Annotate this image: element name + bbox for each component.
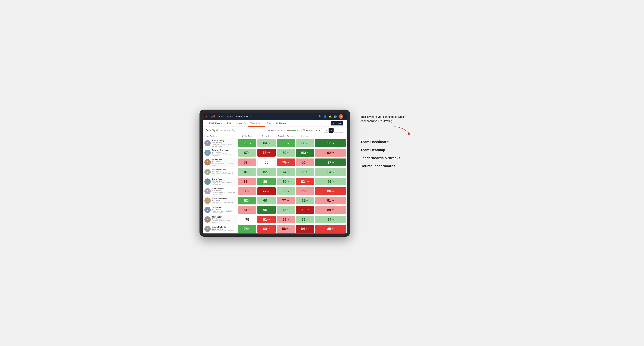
player-club: Craigmillar Park, United Kingdom: [212, 202, 235, 203]
tab-team-clippd[interactable]: Team Clippd: [248, 120, 264, 127]
tablet-screen: clippd Home Teams My Performance 🔍 👤 🔔 ⚙…: [203, 113, 347, 233]
score-cell-5-0: 83-3▼: [238, 186, 257, 196]
score-value: 96: [328, 180, 331, 184]
score-cell-3-2: 741▲: [276, 167, 296, 177]
player-cell-6[interactable]: CChris Robertson ✓1-5 HandicapCraigmilla…: [203, 196, 238, 205]
col-header-around-green: Around the Green—: [276, 134, 296, 138]
change-minus: -5: [284, 129, 286, 131]
grid-view-button[interactable]: ⊞: [324, 128, 329, 133]
score-change: -14▼: [267, 190, 270, 192]
score-cell-5-1: 77-14▼: [257, 186, 276, 196]
score-cell-2-2: 75-3▼: [276, 158, 296, 167]
score-value: 92: [327, 151, 331, 155]
nav-icons: 🔍 👤 🔔 ⚙️ U: [318, 114, 343, 119]
player-cell-9[interactable]: AAaron Nicholls11-15 HandicapDrift Golf …: [203, 224, 238, 233]
score-cell-1-0: 871▲: [238, 148, 257, 158]
score-cell-8-1: 61-3▼: [257, 215, 276, 224]
score-value: 85: [301, 170, 305, 174]
score-change: -10▼: [305, 181, 309, 182]
player-avatar: C: [204, 188, 211, 194]
score-change: -3▼: [248, 209, 251, 211]
score-value: 80: [282, 189, 286, 193]
player-name: Josh Coles: [212, 206, 236, 208]
player-handicap: 11-15 Handicap: [212, 228, 234, 230]
verified-icon: ✓: [222, 178, 224, 180]
player-cell-4[interactable]: DDavid Ford ✓Plus HandicapRoyal North De…: [203, 177, 238, 186]
list-view-button[interactable]: ☰: [334, 128, 338, 133]
tab-hcaps[interactable]: Hcaps 1-5: [234, 120, 248, 127]
person-icon[interactable]: 👤: [324, 115, 326, 118]
avatar[interactable]: U: [339, 114, 343, 119]
menu-item-0: Team Dashboard: [360, 140, 413, 144]
score-value: 83: [301, 189, 305, 193]
nav-link-home[interactable]: Home: [218, 115, 224, 119]
player-club: Sunningdale Golf Club, United Kingdom: [212, 153, 236, 157]
score-value: 94: [328, 170, 331, 174]
nav-link-teams[interactable]: Teams: [227, 115, 233, 119]
score-value: 79: [282, 151, 286, 155]
player-avatar: A: [204, 226, 211, 232]
score-cell-3-1: 824▲: [257, 167, 276, 177]
player-cell-5[interactable]: CCharlie Quick ✓6-10 HandicapSt. George'…: [203, 186, 238, 196]
round-change-label: 20 Round Change: [266, 129, 282, 131]
score-change: -6▼: [306, 190, 309, 192]
score-cell-7-2: 752▲: [276, 205, 296, 215]
last-rounds-button[interactable]: 📅 Last Rounds: 20: [302, 128, 322, 132]
search-icon[interactable]: 🔍: [318, 115, 322, 118]
player-cell-0[interactable]: BBlair McHargPlus HandicapRoyal North De…: [203, 138, 238, 148]
table-row: EEdward Crossman1-5 HandicapSunningdale …: [203, 148, 347, 158]
tab-tour[interactable]: Tour: [264, 120, 274, 127]
download-button[interactable]: ↓: [339, 128, 343, 133]
round-change-section: 20 Round Change -5 +5: [266, 129, 300, 131]
player-cell-8[interactable]: MMatt Miller6-10 HandicapWoburn Golf Clu…: [203, 215, 238, 224]
score-value: 60: [263, 198, 267, 202]
score-cell-4-3: 83-10▼: [296, 177, 315, 186]
score-cell-9-2: 5810▲: [276, 224, 296, 233]
nav-link-performance[interactable]: My Performance: [236, 115, 251, 119]
settings-icon[interactable]: ⚙️: [334, 115, 337, 118]
score-cell-8-3: 88-2▼: [296, 215, 315, 224]
annotation-arrow-svg: [392, 125, 413, 135]
tab-pgat[interactable]: PGAT Players: [206, 120, 224, 127]
player-name: Matt Miller: [212, 216, 236, 218]
score-change: -3▼: [248, 190, 251, 192]
col-header-off-tee: Off the Tee—: [238, 134, 257, 138]
add-team-button[interactable]: Add Team: [330, 121, 343, 126]
heatmap-view-button[interactable]: ▦: [329, 128, 334, 133]
score-cell-9-3: 84-21▼: [296, 224, 315, 233]
col-header-player: Player Quality▼: [203, 134, 238, 138]
team-name: Team Clippd: [206, 129, 218, 132]
player-cell-2[interactable]: EElliot Ebert1-5 HandicapSunningdale Gol…: [203, 158, 238, 167]
player-handicap: 6-10 Handicap: [212, 190, 236, 191]
score-cell-8-2: 584▲: [276, 215, 296, 224]
player-cell-3[interactable]: DDave Billingham1-5 HandicapGog Magog Go…: [203, 167, 238, 177]
player-cell-1[interactable]: EEdward Crossman1-5 HandicapSunningdale …: [203, 148, 238, 158]
score-cell-0-1: 846▲: [257, 138, 276, 148]
player-handicap: 1-5 Handicap: [212, 151, 236, 153]
player-avatar: D: [204, 169, 211, 175]
nav-bar: clippd Home Teams My Performance 🔍 👤 🔔 ⚙…: [203, 113, 347, 120]
team-count: | 14 Players: [220, 129, 230, 131]
player-name: Elliot Ebert: [212, 159, 236, 161]
score-cell-2-3: 86-6▼: [296, 158, 315, 167]
annotation-tooltip-text: This is where you can choose which dashb…: [360, 115, 413, 123]
player-cell-7[interactable]: JJosh Coles1-5 HandicapRoyal North Devon…: [203, 205, 238, 215]
table-row: AAaron Nicholls11-15 HandicapDrift Golf …: [203, 224, 347, 233]
score-value: 77: [262, 189, 266, 193]
score-change: 10▲: [286, 228, 290, 230]
tab-pga[interactable]: PGA: [224, 120, 234, 127]
score-cell-6-0: 823▲: [238, 196, 257, 205]
tab-all-players[interactable]: All Players: [274, 120, 288, 127]
score-change: -3▼: [332, 152, 334, 154]
bell-icon[interactable]: 🔔: [329, 115, 332, 118]
edit-icon[interactable]: ✏️: [232, 129, 235, 132]
score-change: -2▼: [332, 209, 334, 211]
score-value: 71: [301, 208, 305, 212]
score-cell-9-0: 748▲: [238, 224, 257, 233]
player-club: Drift Golf Club, United Kingdom: [212, 230, 234, 232]
score-change: 1▲: [248, 152, 250, 154]
score-change: 7▲: [268, 181, 270, 182]
score-value: 93: [244, 141, 247, 145]
score-value: 81: [302, 198, 306, 202]
score-value: 97: [328, 161, 331, 165]
